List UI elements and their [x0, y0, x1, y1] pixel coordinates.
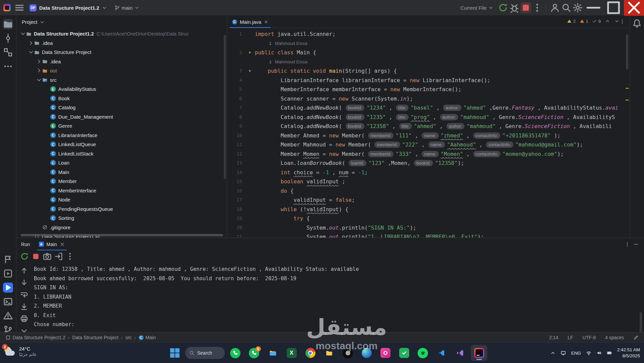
hidden-icons-chevron-icon[interactable]	[550, 350, 556, 356]
battery-icon[interactable]	[607, 350, 612, 356]
tree-item-gitignore[interactable]: .gitignore	[16, 223, 227, 232]
code-line-20[interactable]: 20 System.out.println("SIGN IN AS:");	[227, 223, 630, 233]
passed-chip[interactable]: 9	[592, 19, 601, 24]
code-line-3[interactable]: 3 public static void main(String[] args)…	[227, 66, 630, 76]
wifi-icon[interactable]	[586, 350, 591, 356]
breadcrumb-main[interactable]: CMain	[139, 335, 156, 340]
edge-icon[interactable]	[358, 345, 375, 361]
code-line-9[interactable]: 9 Catalog.addNewBook( bookId:"12358" , t…	[227, 122, 630, 131]
up-arrow-icon[interactable]	[20, 266, 28, 275]
code-line-17[interactable]: 17 validInput = false;	[227, 195, 630, 205]
kebab-button[interactable]	[65, 252, 75, 261]
code-line-4[interactable]: 4 LibrarianInterface librarianInterface …	[227, 76, 630, 85]
line-number[interactable]: 1	[227, 29, 245, 39]
code-line-5[interactable]: 5 MemberInterface memberInterface = new …	[227, 85, 630, 94]
code-line-10[interactable]: 10 Member Ahmed = new Member( memberId:"…	[227, 131, 630, 140]
line-number[interactable]: 4	[227, 76, 245, 85]
spotify-icon[interactable]	[415, 345, 431, 361]
tree-item-catalog[interactable]: CCatalog	[16, 103, 227, 112]
line-number[interactable]: 11	[227, 140, 245, 149]
rerun-button[interactable]	[498, 2, 508, 13]
more-actions-button[interactable]	[532, 2, 543, 13]
intellij-icon[interactable]	[471, 345, 487, 361]
code-line-14[interactable]: 14 int choice = -1 , num = -1;	[227, 168, 630, 177]
code-line-1[interactable]: 1import java.util.Scanner;	[227, 29, 630, 39]
more-options-icon[interactable]	[625, 242, 630, 247]
line-number[interactable]: 13	[227, 159, 245, 168]
line-number[interactable]: 21	[227, 232, 245, 238]
code-line-12[interactable]: 12 Member Momen = new Member( memberId:"…	[227, 149, 630, 159]
code-line-19[interactable]: 19 try {	[227, 214, 630, 223]
close-tab-icon[interactable]	[264, 20, 268, 24]
inspections-widget[interactable]: 2 1 9	[567, 18, 620, 24]
volume-icon[interactable]	[596, 350, 602, 356]
warning-stripe-mark[interactable]	[626, 100, 629, 101]
project-horizontal-scrollbar[interactable]	[21, 234, 223, 236]
camera-button[interactable]	[43, 252, 52, 261]
print-icon[interactable]	[20, 314, 28, 323]
close-button[interactable]	[624, 0, 644, 16]
tree-item-idea[interactable]: .idea	[16, 57, 227, 66]
code-line-18[interactable]: 18 while (!validInput) {	[227, 205, 630, 214]
line-number[interactable]: 10	[227, 131, 245, 140]
monitor-icon[interactable]	[561, 350, 566, 356]
run-tab-main[interactable]: Main	[35, 238, 68, 250]
tree-item-main[interactable]: CMain	[16, 168, 227, 177]
vscode-icon[interactable]	[433, 345, 450, 361]
search-everywhere-button[interactable]	[561, 2, 572, 13]
tree-item-data-structure-project1-2[interactable]: Data Structure Project1.2C:\Users\Acer\O…	[16, 29, 227, 39]
tree-item-loan[interactable]: CLoan	[16, 158, 227, 168]
warnings-chip[interactable]: 2	[567, 19, 576, 24]
stripe-commit-icon[interactable]	[3, 33, 13, 43]
start-button[interactable]	[166, 345, 183, 361]
code-line-13[interactable]: 13 Loan.loanBorrowBook( loanId:"123" ,Mo…	[227, 159, 630, 168]
debug-button[interactable]	[509, 2, 520, 13]
branch-selector[interactable]: main	[112, 4, 142, 12]
minimize-button[interactable]	[584, 0, 603, 16]
project-selector[interactable]: DP Data Structure Project1.2	[27, 3, 110, 13]
stripe-problems-icon[interactable]	[3, 311, 13, 321]
rerun-button[interactable]	[20, 252, 29, 261]
weak-warnings-chip[interactable]: 1	[580, 19, 588, 24]
stripe-services-icon[interactable]	[3, 268, 13, 279]
tree-item-sorting[interactable]: CSorting	[16, 214, 227, 223]
input-language[interactable]: ENG	[571, 351, 581, 356]
code-line-7[interactable]: 7 Catalog.addNewBook( bookId:"1234" , ti…	[227, 103, 630, 113]
line-number[interactable]: 8	[227, 113, 245, 122]
breadcrumb-src[interactable]: src	[125, 335, 132, 340]
run-config-selector[interactable]: Current File	[460, 5, 494, 11]
tree-item-node[interactable]: CNode	[16, 195, 227, 204]
tree-item-out[interactable]: out	[16, 66, 227, 75]
tree-item-due-date-management[interactable]: CDue_Date_Management	[16, 112, 227, 122]
tree-item-member[interactable]: CMember	[16, 177, 227, 186]
close-tab-icon[interactable]	[60, 242, 65, 247]
line-number[interactable]: 6	[227, 94, 245, 104]
tree-item-availabilitystatus[interactable]: EAvailabilityStatus	[16, 84, 227, 94]
hide-panel-icon[interactable]	[633, 242, 639, 247]
run-gutter-icon[interactable]	[248, 69, 252, 73]
weather-widget[interactable]: 2 24°C غائم جزئيًا	[3, 345, 36, 358]
stop-button[interactable]	[520, 2, 531, 13]
line-number[interactable]: 5	[227, 85, 245, 94]
tree-item-linkedliststack[interactable]: CLinkedListStack	[16, 149, 227, 159]
warning-stripe-mark[interactable]	[626, 88, 629, 89]
tree-item-linkedlistqueue[interactable]: CLinkedListQueue	[16, 140, 227, 149]
whatsapp-business-icon[interactable]: 6	[246, 345, 262, 361]
line-number[interactable]: 7	[227, 103, 245, 113]
soft-wrap-icon[interactable]	[20, 290, 28, 299]
green-app-icon[interactable]	[396, 345, 412, 361]
stripe-bookmarks-icon[interactable]	[3, 254, 13, 264]
tree-item-pendingrequestsqueue[interactable]: CPendingRequestsQueue	[16, 204, 227, 214]
visual-studio-icon[interactable]	[452, 345, 469, 361]
settings-button[interactable]	[572, 2, 583, 13]
line-number[interactable]: 19	[227, 214, 245, 223]
scroll-to-end-icon[interactable]	[20, 302, 28, 311]
stripe-project-icon[interactable]	[3, 19, 13, 29]
user-account-button[interactable]	[550, 2, 560, 13]
main-menu-icon[interactable]	[14, 2, 25, 13]
code-editor[interactable]: 1import java.util.Scanner;Mahmoud Eissa2…	[227, 28, 630, 238]
stripe-run-icon[interactable]	[3, 283, 13, 293]
down-arrow-icon[interactable]	[20, 278, 28, 287]
photos-icon[interactable]	[377, 345, 393, 361]
line-number[interactable]: 14	[227, 168, 245, 177]
